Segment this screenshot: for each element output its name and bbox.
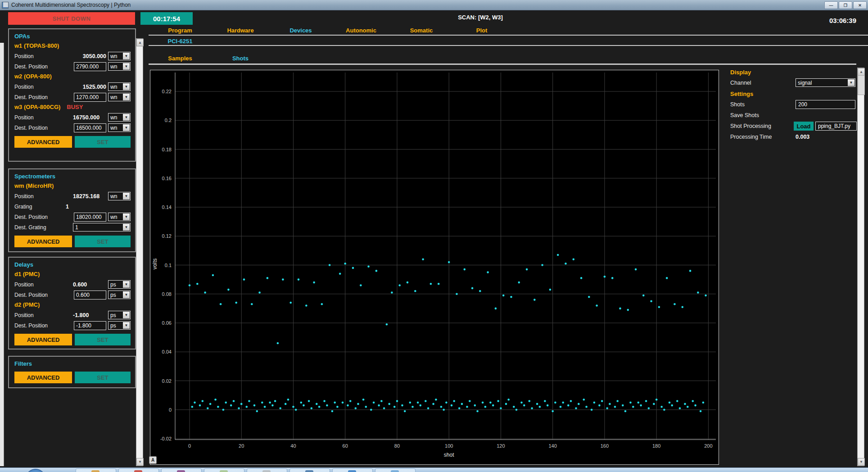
scatter-point: [347, 404, 349, 407]
scatter-point: [422, 258, 424, 260]
load-script-button[interactable]: Load: [794, 122, 814, 131]
taskbar-app-button[interactable]: [204, 468, 244, 472]
scatter-point: [269, 401, 271, 404]
shutdown-button[interactable]: SHUT DOWN: [8, 12, 135, 25]
dest-position-input[interactable]: [74, 213, 106, 222]
scatter-point: [417, 401, 419, 404]
scatter-point: [344, 263, 346, 265]
scatter-point: [567, 404, 570, 407]
taskbar-app-button[interactable]: [161, 468, 202, 472]
sidebar-scrollbar[interactable]: ▲ ▼: [136, 38, 143, 466]
window-edge-scrollbar[interactable]: [0, 43, 4, 466]
scatter-point: [611, 277, 614, 279]
scatter-point: [606, 407, 608, 409]
dest-position-input[interactable]: [74, 93, 106, 102]
shots-plot[interactable]: 020406080100120140160180200-0.0200.020.0…: [150, 70, 719, 465]
scatter-point: [323, 400, 326, 402]
tab-devices[interactable]: Devices: [271, 27, 331, 34]
scroll-down-icon[interactable]: ▼: [136, 458, 144, 466]
advanced-button[interactable]: ADVANCED: [14, 334, 72, 345]
app-icon: [2, 2, 9, 9]
svg-text:0.16: 0.16: [162, 176, 172, 181]
unit-select[interactable]: wn▼: [108, 192, 131, 200]
scatter-point: [342, 401, 344, 404]
tab-hardware[interactable]: Hardware: [210, 27, 271, 34]
scatter-point: [705, 295, 707, 297]
tab-somatic[interactable]: Somatic: [391, 27, 452, 34]
dest-position-input[interactable]: [74, 321, 106, 330]
start-button-icon[interactable]: [25, 469, 46, 472]
device-header-w1: w1 (TOPAS-800): [14, 41, 131, 51]
taskbar-app-button[interactable]: [332, 468, 373, 472]
scroll-up-icon[interactable]: ▲: [136, 39, 144, 46]
scatter-point: [256, 410, 258, 413]
taskbar-app-button[interactable]: [76, 468, 116, 472]
dest-position-input[interactable]: [74, 123, 106, 132]
tab-samples[interactable]: Samples: [150, 55, 210, 62]
tab-shots[interactable]: Shots: [210, 55, 271, 62]
shot-processing-file-field[interactable]: [815, 122, 857, 131]
scatter-point: [432, 403, 434, 405]
dest-grating-select[interactable]: 1▼: [73, 223, 131, 231]
scrollbar-thumb[interactable]: [858, 75, 865, 95]
set-button[interactable]: SET: [75, 136, 131, 148]
advanced-button[interactable]: ADVANCED: [14, 136, 72, 148]
scroll-down-icon[interactable]: ▼: [858, 458, 865, 466]
taskbar-app-button[interactable]: [289, 468, 330, 472]
scatter-point: [482, 401, 484, 404]
unit-select[interactable]: ps▼: [108, 311, 131, 319]
unit-select[interactable]: wn▼: [108, 113, 131, 122]
set-button[interactable]: SET: [75, 334, 131, 345]
taskbar-app-button[interactable]: [375, 468, 416, 472]
scatter-point: [316, 403, 318, 405]
taskbar-app-icon: [305, 470, 313, 472]
taskbar-app-button[interactable]: [118, 468, 159, 472]
channel-select[interactable]: signal▼: [796, 78, 855, 87]
tab-pci-6251[interactable]: PCI-6251: [150, 38, 210, 45]
position-label: Position: [14, 281, 73, 288]
scroll-up-icon[interactable]: ▲: [858, 68, 865, 76]
unit-select[interactable]: wn▼: [108, 52, 131, 60]
scatter-point: [253, 404, 256, 407]
set-button[interactable]: SET: [75, 236, 131, 247]
svg-text:0.14: 0.14: [162, 204, 172, 210]
elapsed-timer: 00:17:54: [140, 12, 193, 25]
unit-select[interactable]: wn▼: [108, 93, 131, 101]
tab-plot[interactable]: Plot: [452, 27, 512, 34]
scatter-point: [684, 403, 686, 405]
chevron-down-icon: ▼: [123, 322, 130, 329]
tab-autonomic[interactable]: Autonomic: [331, 27, 391, 34]
taskbar-app-button[interactable]: [247, 468, 287, 472]
restore-button[interactable]: ❐: [839, 1, 852, 9]
shots-label: Shots: [730, 101, 745, 108]
shots-input[interactable]: [796, 100, 855, 109]
set-button[interactable]: SET: [75, 372, 131, 383]
unit-select[interactable]: ps▼: [108, 290, 131, 299]
tab-program[interactable]: Program: [150, 27, 210, 34]
scatter-point: [411, 406, 414, 408]
unit-select[interactable]: wn▼: [108, 123, 131, 132]
unit-select[interactable]: ps▼: [108, 321, 131, 330]
minimize-button[interactable]: —: [824, 1, 838, 9]
scatter-point: [656, 399, 658, 401]
advanced-button[interactable]: ADVANCED: [14, 372, 72, 383]
plot-autoscale-button[interactable]: A: [149, 456, 157, 464]
dest-position-input[interactable]: [74, 62, 106, 71]
close-button[interactable]: ✕: [853, 1, 867, 9]
dest-position-input[interactable]: [74, 290, 106, 300]
right-panel-scrollbar[interactable]: ▲ ▼: [857, 68, 864, 466]
unit-select[interactable]: wn▼: [108, 82, 131, 91]
scatter-point: [562, 401, 564, 404]
scatter-point: [217, 406, 219, 408]
svg-text:0.04: 0.04: [162, 349, 172, 354]
scatter-point: [300, 401, 303, 404]
processing-time-value: 0.003: [796, 134, 809, 140]
system-clock: 03:06:39: [809, 17, 856, 24]
unit-select[interactable]: wn▼: [108, 62, 131, 71]
scatter-point: [471, 287, 474, 290]
unit-select[interactable]: wn▼: [108, 213, 131, 221]
advanced-button[interactable]: ADVANCED: [14, 236, 72, 247]
unit-select[interactable]: ps▼: [108, 280, 131, 289]
scatter-point: [336, 406, 339, 408]
scatter-point: [199, 404, 201, 407]
